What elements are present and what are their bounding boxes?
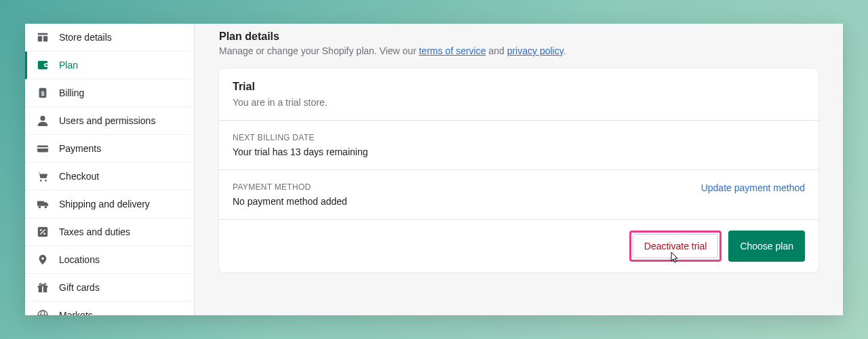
sidebar-item-label: Plan [59, 60, 78, 71]
sidebar-item-payments[interactable]: Payments [25, 135, 194, 163]
billing-section: NEXT BILLING DATE Your trial has 13 days… [219, 121, 818, 170]
sidebar-item-shipping[interactable]: Shipping and delivery [25, 191, 194, 218]
deactivate-trial-button[interactable]: Deactivate trial [633, 234, 719, 258]
svg-rect-4 [37, 147, 48, 148]
sidebar-item-label: Users and permissions [59, 115, 155, 126]
pin-icon [36, 253, 50, 266]
sidebar-item-users[interactable]: Users and permissions [25, 107, 194, 135]
svg-rect-15 [42, 285, 43, 292]
cart-icon [36, 170, 50, 183]
billing-text: Your trial has 13 days remaining [233, 146, 805, 157]
sidebar-item-taxes[interactable]: Taxes and duties [25, 218, 194, 246]
svg-point-16 [38, 311, 47, 315]
trial-subtitle: You are in a trial store. [233, 97, 805, 108]
svg-point-17 [41, 311, 44, 315]
page-title: Plan details [219, 31, 818, 43]
sidebar-item-checkout[interactable]: Checkout [25, 163, 194, 191]
wallet-icon [36, 58, 50, 72]
sidebar-item-store-details[interactable]: Store details [25, 24, 194, 52]
payment-section: PAYMENT METHOD No payment method added U… [219, 170, 818, 220]
sidebar-item-label: Markets [59, 310, 93, 315]
billing-label: NEXT BILLING DATE [233, 133, 805, 142]
store-icon [36, 31, 50, 44]
payment-text: No payment method added [233, 196, 347, 207]
sidebar-item-gift-cards[interactable]: Gift cards [25, 274, 194, 302]
sidebar-item-markets[interactable]: Markets [25, 302, 194, 315]
sidebar-item-locations[interactable]: Locations [25, 246, 194, 274]
svg-text:$: $ [41, 90, 44, 97]
app-window: Store details Plan $ Billing Users and p… [25, 24, 843, 315]
card-actions: Deactivate trial Choose plan [219, 220, 818, 273]
dollar-icon: $ [36, 86, 50, 100]
svg-point-2 [40, 116, 45, 121]
globe-icon [36, 308, 50, 315]
sidebar-item-label: Payments [59, 143, 101, 154]
sidebar-item-label: Taxes and duties [59, 226, 130, 237]
choose-plan-button[interactable]: Choose plan [728, 231, 805, 262]
update-payment-link[interactable]: Update payment method [701, 182, 805, 193]
sidebar-item-label: Gift cards [59, 282, 100, 293]
svg-point-10 [40, 229, 42, 231]
highlight-deactivate: Deactivate trial [629, 231, 722, 262]
svg-point-11 [43, 233, 45, 235]
page-subtitle: Manage or change your Shopify plan. View… [219, 45, 818, 56]
gift-icon [36, 281, 50, 294]
sidebar-item-billing[interactable]: $ Billing [25, 79, 194, 107]
sidebar-item-label: Billing [59, 87, 84, 98]
sidebar-item-plan[interactable]: Plan [25, 52, 194, 79]
sidebar-item-label: Store details [59, 32, 112, 43]
percent-icon [36, 225, 50, 239]
sidebar-item-label: Shipping and delivery [59, 199, 150, 210]
sidebar-item-label: Locations [59, 254, 100, 265]
trial-title: Trial [233, 81, 805, 93]
truck-icon [36, 197, 50, 211]
svg-point-8 [45, 206, 47, 209]
payment-label: PAYMENT METHOD [233, 182, 347, 192]
privacy-policy-link[interactable]: privacy policy [507, 45, 564, 56]
user-icon [36, 114, 50, 127]
plan-card: Trial You are in a trial store. NEXT BIL… [219, 68, 818, 273]
card-icon [36, 142, 50, 155]
terms-of-service-link[interactable]: terms of service [419, 45, 486, 56]
settings-sidebar: Store details Plan $ Billing Users and p… [25, 24, 195, 315]
svg-point-6 [45, 180, 47, 182]
svg-point-7 [39, 206, 41, 209]
svg-rect-3 [37, 146, 48, 153]
sidebar-item-label: Checkout [59, 171, 99, 182]
svg-point-5 [40, 180, 42, 182]
trial-section: Trial You are in a trial store. [219, 68, 818, 121]
main-content: Plan details Manage or change your Shopi… [195, 24, 843, 315]
